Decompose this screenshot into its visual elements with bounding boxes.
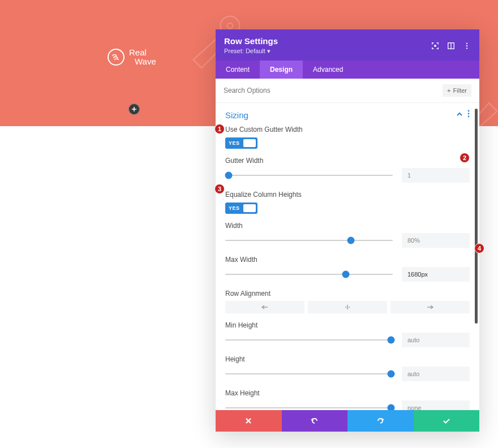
svg-point-8 — [466, 48, 467, 49]
max-height-slider[interactable] — [225, 402, 393, 410]
gutter-width-label: Gutter Width — [225, 157, 470, 165]
more-icon[interactable] — [463, 42, 471, 50]
scrollbar[interactable] — [475, 109, 478, 324]
chevron-down-icon: ▾ — [267, 48, 271, 54]
max-width-label: Max Width — [225, 256, 470, 264]
svg-point-3 — [435, 45, 436, 46]
tab-content[interactable]: Content — [216, 61, 260, 79]
panel-title: Row Settings — [224, 36, 278, 46]
min-height-input[interactable] — [402, 333, 470, 347]
max-height-input[interactable] — [402, 400, 470, 410]
add-section-button[interactable] — [128, 104, 140, 115]
toggle-knob — [243, 139, 256, 147]
gutter-width-slider[interactable] — [225, 170, 393, 181]
gutter-width-input[interactable] — [402, 168, 470, 183]
max-height-label: Max Height — [225, 389, 470, 397]
svg-point-6 — [466, 42, 467, 44]
filter-row: + Filter — [216, 79, 479, 103]
max-width-input[interactable] — [402, 267, 470, 282]
annotation-badge-2: 2 — [460, 153, 470, 163]
annotation-badge-3: 3 — [214, 184, 225, 194]
filter-button[interactable]: + Filter — [443, 84, 471, 97]
annotation-badge-4: 4 — [474, 243, 484, 253]
toggle-knob — [243, 204, 256, 212]
panel-header: Row Settings Preset: Default ▾ — [216, 29, 479, 61]
svg-point-7 — [466, 45, 467, 46]
svg-point-9 — [468, 110, 470, 112]
equalize-label: Equalize Column Heights — [225, 191, 470, 199]
tab-advanced[interactable]: Advanced — [303, 61, 353, 79]
width-input[interactable] — [402, 233, 470, 248]
tab-design[interactable]: Design — [260, 61, 303, 79]
custom-gutter-toggle[interactable]: YES — [225, 137, 257, 149]
logo-wave-icon — [108, 49, 124, 66]
cancel-button[interactable] — [216, 410, 282, 432]
custom-gutter-label: Use Custom Gutter Width — [225, 126, 470, 133]
height-slider[interactable] — [225, 368, 393, 380]
tab-bar: Content Design Advanced — [216, 61, 479, 79]
section-more-icon[interactable] — [467, 110, 470, 120]
row-align-label: Row Alignment — [225, 290, 470, 298]
min-height-slider[interactable] — [225, 334, 393, 346]
align-right-button[interactable] — [390, 301, 470, 313]
min-height-label: Min Height — [225, 321, 470, 329]
preset-dropdown[interactable]: Preset: Default ▾ — [224, 48, 278, 55]
align-center-button[interactable] — [308, 301, 387, 313]
svg-point-11 — [468, 116, 470, 118]
align-left-button[interactable] — [225, 301, 304, 313]
options-scroll-area[interactable]: Sizing Use Custom Gutter Width YES Gutte… — [216, 103, 479, 410]
width-label: Width — [225, 222, 470, 230]
svg-point-1 — [227, 23, 233, 29]
logo-text-bottom: Wave — [135, 57, 156, 66]
equalize-toggle[interactable]: YES — [225, 203, 257, 214]
height-label: Height — [225, 355, 470, 363]
search-input[interactable] — [224, 87, 397, 94]
logo: Real Wave — [108, 48, 156, 66]
undo-button[interactable] — [282, 410, 348, 432]
collapse-icon[interactable] — [456, 110, 463, 120]
focus-icon[interactable] — [431, 42, 439, 50]
annotation-badge-1: 1 — [214, 124, 225, 134]
save-button[interactable] — [414, 410, 480, 432]
footer-bar — [216, 410, 479, 432]
sizing-section-title[interactable]: Sizing — [225, 110, 248, 120]
svg-point-10 — [468, 113, 470, 115]
redo-button[interactable] — [347, 410, 414, 432]
width-slider[interactable] — [225, 235, 393, 246]
layout-icon[interactable] — [447, 42, 455, 50]
logo-text-top: Real — [129, 48, 156, 57]
settings-panel: Row Settings Preset: Default ▾ Content D… — [216, 29, 479, 432]
plus-icon: + — [447, 87, 450, 94]
height-input[interactable] — [402, 367, 470, 381]
max-width-slider[interactable] — [225, 269, 393, 280]
